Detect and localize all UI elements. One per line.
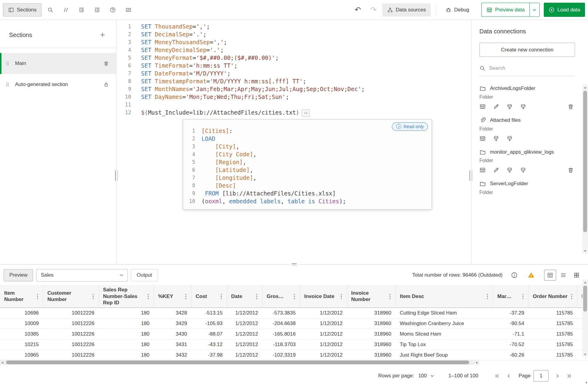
column-menu-icon[interactable]: ⋮ [291,293,299,300]
grid-view-button[interactable] [571,270,583,281]
last-page-button[interactable] [563,370,574,382]
sections-toggle-button[interactable]: Sections [3,3,42,17]
connection-name[interactable]: ServerLogFolder [490,179,528,188]
code-line[interactable]: SET DayNames='Mon;Tue;Wed;Thu;Fri;Sat;Su… [131,93,289,101]
delete-button[interactable] [568,167,574,173]
connection-item-archivedlogsfolder[interactable]: ArchivedLogsFolderFolder [479,84,575,110]
column-header-item-number[interactable]: Item Number⋮ [0,285,43,308]
connections-scrollbar[interactable]: ▴ ▾ [582,85,588,253]
output-tab-button[interactable]: Output [131,269,158,281]
scrollbar-thumb[interactable] [6,361,469,364]
connection-name[interactable]: ArchivedLogsFolder [490,84,535,93]
rows-per-page-select[interactable]: 100 [418,373,435,379]
section-item-main[interactable]: Main [0,53,116,74]
drag-handle-icon[interactable] [5,61,10,66]
load-button[interactable] [520,103,526,110]
scroll-left-icon[interactable]: ◂ [0,361,5,364]
code-line[interactable]: [City Code], [195,150,257,158]
scroll-up-icon[interactable]: ▴ [584,280,586,284]
select-data-button[interactable] [479,167,486,173]
code-line[interactable]: [Cities]: [195,127,232,135]
code-line[interactable]: [Desc] [195,182,236,189]
select-data-button[interactable] [479,135,486,142]
code-line[interactable]: $(Must_Include=lib://AttachedFiles/citie… [131,109,310,116]
code-line[interactable]: [Latitude], [195,166,253,174]
scroll-down-icon[interactable]: ▾ [585,381,587,385]
connection-item-serverlogfolder[interactable]: ServerLogFolderFolder [479,179,575,195]
table-horizontal-scrollbar[interactable]: ◂ ▸ [0,360,479,365]
column-header-item-desc[interactable]: Item Desc⋮ [396,285,493,308]
code-line[interactable]: SET MoneyDecimalSep='.'; [131,46,224,54]
connection-name[interactable]: monitor_apps_qlikview_logs [490,148,554,157]
info-button[interactable] [507,269,521,282]
column-header-key[interactable]: %KEY⋮ [154,285,191,308]
debug-button[interactable]: Debug [441,3,474,17]
code-line[interactable]: [Region], [195,158,246,166]
column-header-mar[interactable]: Mar…⋮ [493,285,528,308]
column-menu-icon[interactable]: ⋮ [34,293,42,300]
search-script-button[interactable] [43,3,57,17]
script-editor[interactable]: 1SET ThousandSep=',';2SET DecimalSep='.'… [117,20,471,264]
column-header-date[interactable]: Date⋮ [227,285,262,308]
column-header-cost[interactable]: Cost⋮ [191,285,227,308]
scroll-down-icon[interactable]: ▾ [584,352,586,357]
code-line[interactable]: SET ThousandSep=','; [131,23,210,30]
column-menu-icon[interactable]: ⋮ [568,293,576,300]
create-connection-button[interactable]: Create new connection [479,43,575,57]
syntax-comment-button[interactable] [122,3,135,17]
undo-button[interactable]: ↶ [351,3,365,17]
page-number-input[interactable] [534,370,549,382]
warning-button[interactable] [524,269,538,282]
load-button[interactable] [506,135,513,142]
column-menu-icon[interactable]: ⋮ [144,293,152,300]
code-line[interactable]: SET MonthNames='Jan;Feb;Mar;Apr;May;Jun;… [131,85,365,93]
sync-button[interactable] [506,167,513,173]
load-data-button[interactable]: Load data [544,3,585,17]
edit-button[interactable] [493,103,499,110]
preview-tab-button[interactable]: Preview [4,269,33,281]
column-menu-icon[interactable]: ⋮ [89,293,97,300]
column-menu-icon[interactable]: ⋮ [253,293,261,300]
scrollbar-thumb[interactable] [583,286,587,312]
help-button[interactable] [106,3,120,17]
panel-splitter-handle[interactable] [290,263,298,266]
code-line[interactable]: SET TimeFormat='h:mm:ss TT'; [131,62,237,69]
code-line[interactable]: SET DecimalSep='.'; [131,30,206,38]
code-line[interactable]: SET TimestampFormat='M/D/YYYY h:mm:ss[.f… [131,77,306,85]
column-menu-icon[interactable]: ⋮ [217,293,226,300]
code-line[interactable]: (ooxml, embedded labels, table is Cities… [195,197,346,205]
preview-data-button[interactable]: Preview data [481,3,529,17]
column-menu-icon[interactable]: ⋮ [182,293,190,300]
code-line[interactable]: SET MoneyFormat='$#,##0.00;($#,##0.00)'; [131,54,279,62]
column-menu-icon[interactable]: ⋮ [386,293,394,300]
scroll-up-icon[interactable]: ▴ [584,85,586,90]
comment-selection-button[interactable] [59,3,73,17]
connection-name[interactable]: Attached files [490,116,521,125]
list-view-button[interactable] [557,270,569,281]
code-line[interactable]: LOAD [195,135,215,143]
code-line[interactable]: [City], [195,143,239,150]
edit-button[interactable] [493,167,499,173]
select-data-button[interactable] [479,103,486,110]
sync-button[interactable] [506,103,513,110]
inline-code-button[interactable] [302,109,310,117]
scrollbar-thumb[interactable] [583,91,587,232]
code-line[interactable]: SET DateFormat='M/D/YYYY'; [131,69,230,77]
column-menu-icon[interactable]: ⋮ [484,293,492,300]
connection-item-monitor-apps-qlikview-logs[interactable]: monitor_apps_qlikview_logsFolder [479,148,575,174]
code-line[interactable]: [Longitude], [195,174,257,182]
previous-page-button[interactable] [503,370,514,382]
column-header-order-number[interactable]: Order Number⋮ [528,285,577,308]
redo-button[interactable]: ↷ [367,3,380,17]
code-line[interactable]: SET MoneyThousandSep=','; [131,38,227,46]
code-line[interactable]: FROM [lib://AttachedFiles/Cities.xlsx] [195,189,336,197]
table-vertical-scrollbar[interactable]: ▴ ▾ [582,280,588,357]
column-header-invoice-number[interactable]: Invoice Number⋮ [347,285,396,308]
scroll-right-icon[interactable]: ▸ [475,361,479,364]
left-splitter-handle[interactable] [115,170,118,181]
load-button[interactable] [520,167,526,173]
drag-handle-icon[interactable] [5,82,10,87]
next-page-button[interactable] [552,370,563,382]
column-menu-icon[interactable]: ⋮ [337,293,346,300]
indent-button[interactable] [75,3,88,17]
